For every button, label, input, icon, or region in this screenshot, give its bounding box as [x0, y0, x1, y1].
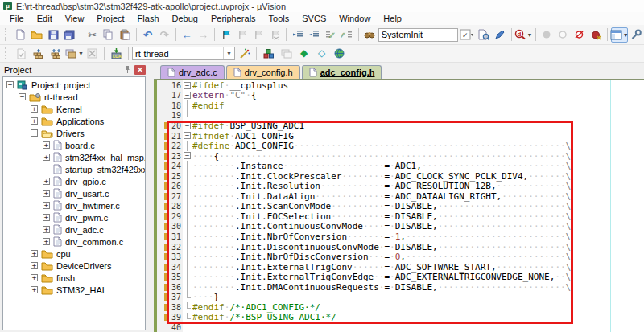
- expand-icon[interactable]: +: [31, 262, 38, 269]
- code-line-25[interactable]: 25········.Init.ClockPrescaler········=·…: [154, 171, 644, 182]
- tree-item-stm32f4xx-hal-msp-c[interactable]: +stm32f4xx_hal_msp.c: [3, 151, 145, 163]
- rebuild-button[interactable]: [48, 46, 65, 61]
- expand-icon[interactable]: +: [31, 250, 38, 257]
- fold-marker[interactable]: −: [183, 131, 192, 141]
- tree-item-drv-gpio-c[interactable]: +drv_gpio.c: [3, 175, 145, 187]
- tree-item-board-c[interactable]: +board.c: [3, 139, 145, 151]
- collapse-icon[interactable]: −: [31, 129, 38, 137]
- stop-build-button[interactable]: [84, 46, 101, 61]
- collapse-icon[interactable]: −: [19, 93, 26, 100]
- code-line-23[interactable]: 23−····{································…: [154, 151, 644, 162]
- batch-build-button[interactable]: ▼: [66, 46, 83, 61]
- expand-icon[interactable]: +: [43, 141, 50, 149]
- paste-button[interactable]: [118, 27, 133, 43]
- tab-adc-config-h[interactable]: adc_config.h: [302, 65, 382, 79]
- disable-all-breakpoints-button[interactable]: [572, 27, 587, 43]
- code-line-20[interactable]: 20−#ifdef·BSP_USING_ADC1: [154, 121, 644, 131]
- build-button[interactable]: [31, 46, 47, 61]
- tab-drv-config-h[interactable]: drv_config.h: [226, 65, 300, 79]
- expand-icon[interactable]: +: [43, 178, 50, 185]
- code-line-16[interactable]: 16−#ifdef·__cplusplus: [154, 80, 644, 91]
- kill-all-breakpoints-button[interactable]: [588, 27, 603, 43]
- expand-icon[interactable]: +: [43, 190, 50, 197]
- save-all-button[interactable]: [62, 27, 77, 43]
- clear-bookmarks-button[interactable]: [267, 27, 283, 43]
- select-packs-button[interactable]: ◇: [313, 46, 330, 61]
- menu-help[interactable]: Help: [377, 13, 408, 24]
- code-line-35[interactable]: 35········.Init.ExternalTrigConvEdge··=·…: [154, 272, 644, 282]
- configure-button[interactable]: [629, 27, 644, 43]
- code-line-27[interactable]: 27········.Init.DataAlign·············=·…: [154, 191, 644, 202]
- menu-peripherals[interactable]: Peripherals: [204, 13, 262, 24]
- fold-marker[interactable]: −: [183, 80, 192, 91]
- menu-flash[interactable]: Flash: [131, 13, 166, 24]
- menu-view[interactable]: View: [59, 13, 91, 24]
- code-line-33[interactable]: 33········.Init.NbrOfDiscConversion···=·…: [154, 252, 644, 262]
- copy-button[interactable]: [101, 27, 116, 43]
- pin-icon[interactable]: [123, 65, 132, 74]
- uncomment-button[interactable]: ∕∕: [339, 27, 354, 43]
- window-views-button[interactable]: ▼: [611, 27, 628, 43]
- code-line-32[interactable]: 32········.Init.DiscontinuousConvMode·=·…: [154, 242, 644, 252]
- toggle-bookmark-button[interactable]: [218, 27, 233, 43]
- tree-item-applications[interactable]: +Applications: [3, 115, 145, 127]
- menu-window[interactable]: Window: [332, 13, 377, 24]
- insert-breakpoint-button[interactable]: [539, 27, 554, 43]
- unindent-button[interactable]: [307, 27, 322, 43]
- indent-button[interactable]: [290, 27, 305, 43]
- translate-button[interactable]: [13, 46, 30, 61]
- save-button[interactable]: [45, 27, 60, 43]
- code-line-34[interactable]: 34········.Init.ExternalTrigConv······=·…: [154, 262, 644, 273]
- code-line-19[interactable]: 19: [154, 111, 644, 121]
- find-in-files-button[interactable]: [361, 27, 377, 43]
- options-for-target-button[interactable]: [236, 46, 253, 61]
- expand-icon[interactable]: +: [43, 238, 50, 245]
- redo-button[interactable]: ↷: [156, 27, 171, 43]
- code-line-40[interactable]: 40: [154, 322, 644, 332]
- tree-item-project-project[interactable]: −Project: project: [3, 79, 145, 91]
- collapse-icon[interactable]: −: [6, 81, 14, 88]
- expand-icon[interactable]: +: [43, 226, 50, 233]
- tree-item-finsh[interactable]: +finsh: [3, 272, 145, 284]
- code-line-37[interactable]: 37····}: [154, 292, 644, 302]
- tree-item-drv-common-c[interactable]: +drv_common.c: [3, 236, 145, 248]
- pack-installer-button[interactable]: [331, 46, 348, 61]
- code-line-26[interactable]: 26········.Init.Resolution············=·…: [154, 181, 644, 191]
- open-file-button[interactable]: [29, 27, 44, 43]
- new-file-button[interactable]: [13, 27, 28, 43]
- expand-icon[interactable]: +: [31, 274, 38, 281]
- expand-icon[interactable]: +: [31, 286, 38, 293]
- tree-item-drv-pwm-c[interactable]: +drv_pwm.c: [3, 211, 145, 223]
- code-line-36[interactable]: 36········.Init.DMAContinuousRequests·=·…: [154, 282, 644, 293]
- tree-item-cpu[interactable]: +cpu: [3, 248, 145, 260]
- tree-item-drv-hwtimer-c[interactable]: +drv_hwtimer.c: [3, 199, 145, 211]
- tree-item-drivers[interactable]: −Drivers: [3, 127, 145, 139]
- incremental-find-button[interactable]: [492, 27, 507, 43]
- tree-item-startup-stm32f429xx-s[interactable]: startup_stm32f429xx.s: [3, 163, 145, 175]
- expand-icon[interactable]: +: [31, 105, 38, 113]
- cut-button[interactable]: ✂: [85, 27, 100, 43]
- tree-item-devicedrivers[interactable]: +DeviceDrivers: [3, 260, 145, 272]
- code-line-30[interactable]: 30········.Init.ContinuousConvMode····=·…: [154, 222, 644, 232]
- undo-button[interactable]: ↶: [140, 27, 155, 43]
- code-line-29[interactable]: 29········.Init.EOCSelection··········=·…: [154, 211, 644, 222]
- code-line-22[interactable]: 22#define·ADC1_CONFIG···················…: [154, 141, 644, 151]
- tree-item-rt-thread[interactable]: −rt-thread: [3, 91, 145, 103]
- tree-item-drv-usart-c[interactable]: +drv_usart.c: [3, 187, 145, 199]
- code-line-17[interactable]: 17−extern·"C"·{: [154, 91, 644, 101]
- menu-edit[interactable]: Edit: [31, 13, 59, 24]
- tab-drv-adc-c[interactable]: drv_adc.c: [160, 65, 225, 79]
- tree-item-stm32-hal[interactable]: +STM32_HAL: [3, 284, 145, 296]
- menu-svcs[interactable]: SVCS: [295, 13, 332, 24]
- download-button[interactable]: LOAD: [108, 46, 125, 61]
- menu-debug[interactable]: Debug: [166, 13, 204, 24]
- menu-tools[interactable]: Tools: [262, 13, 296, 24]
- find-next-button[interactable]: [476, 27, 491, 43]
- code-line-31[interactable]: 31········.Init.NbrOfConversion·······=·…: [154, 232, 644, 242]
- code-line-21[interactable]: 21−#ifndef·ADC1_CONFIG: [154, 131, 644, 141]
- manage-project-items-button[interactable]: [260, 46, 277, 61]
- menu-file[interactable]: File: [3, 13, 31, 24]
- target-select[interactable]: rt-thread▼: [132, 47, 235, 60]
- expand-icon[interactable]: +: [43, 154, 50, 161]
- multi-project-button[interactable]: [278, 46, 295, 61]
